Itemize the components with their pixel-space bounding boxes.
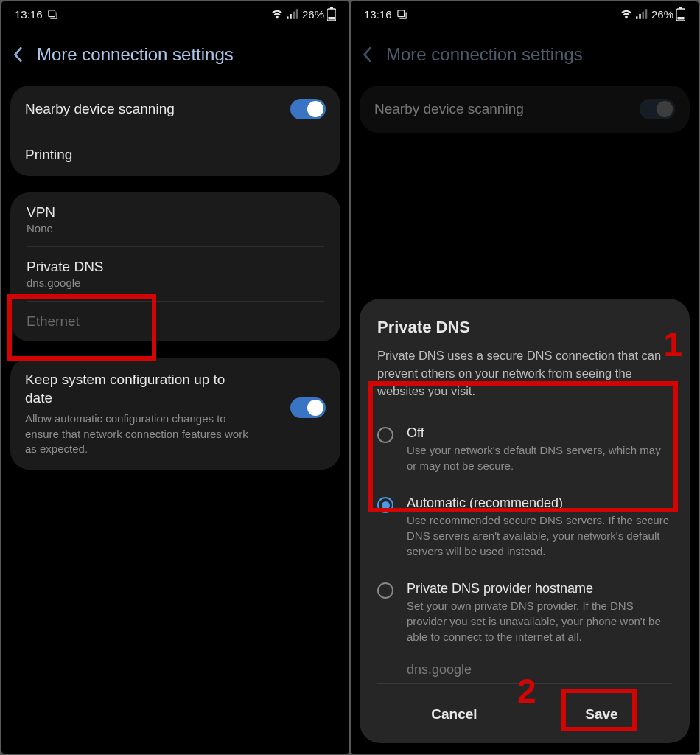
status-bar: 13:16 26% [351, 1, 699, 27]
signal-icon [636, 9, 648, 19]
radio-auto-desc: Use recommended secure DNS servers. If t… [407, 512, 672, 559]
dialog-title: Private DNS [377, 318, 672, 337]
keep-toggle[interactable] [290, 397, 326, 418]
battery-icon [327, 7, 336, 21]
page-title: More connection settings [386, 44, 583, 65]
svg-rect-2 [290, 14, 292, 19]
nearby-label: Nearby device scanning [25, 101, 175, 117]
cancel-button[interactable]: Cancel [412, 699, 496, 730]
screenshot-icon [47, 9, 58, 20]
save-button[interactable]: Save [566, 699, 637, 730]
svg-rect-15 [678, 17, 685, 20]
svg-rect-8 [397, 10, 404, 16]
keep-title: Keep system configuration up to date [25, 371, 253, 407]
nearby-toggle[interactable] [290, 99, 326, 119]
radio-automatic[interactable]: Automatic (recommended) Use recommended … [377, 487, 672, 572]
battery-percent: 26% [651, 8, 673, 21]
radio-off-button[interactable] [377, 427, 393, 443]
status-time: 13:16 [364, 8, 392, 21]
card-mid: VPN None Private DNS dns.google Ethernet [10, 192, 340, 341]
status-bar: 13:16 26% [1, 1, 349, 27]
printing-label: Printing [25, 147, 72, 163]
keep-desc: Allow automatic configuration changes to… [25, 411, 253, 456]
screenshot-icon [396, 9, 407, 20]
nearby-label: Nearby device scanning [374, 101, 524, 117]
radio-auto-button[interactable] [377, 497, 393, 513]
vpn-title: VPN [27, 204, 324, 220]
back-icon[interactable] [13, 46, 24, 63]
nearby-toggle-dim [640, 99, 675, 119]
keep-row[interactable]: Keep system configuration up to date All… [10, 358, 340, 470]
wifi-icon [620, 9, 633, 19]
right-screenshot: 13:16 26% More connection settings Nearb… [351, 1, 699, 754]
svg-rect-4 [296, 9, 298, 19]
svg-rect-3 [293, 12, 295, 19]
private-dns-sub: dns.google [27, 276, 324, 289]
radio-host-desc: Set your own private DNS provider. If th… [407, 598, 672, 644]
radio-host-title: Private DNS provider hostname [407, 581, 672, 596]
svg-rect-11 [642, 12, 644, 19]
vpn-row[interactable]: VPN None [10, 192, 340, 246]
battery-icon [676, 7, 685, 21]
private-dns-dialog: Private DNS Private DNS uses a secure DN… [360, 299, 690, 743]
svg-rect-9 [636, 16, 638, 18]
radio-hostname[interactable]: Private DNS provider hostname Set your o… [377, 572, 672, 658]
ethernet-label: Ethernet [27, 313, 324, 330]
private-dns-row[interactable]: Private DNS dns.google [10, 247, 340, 301]
svg-rect-7 [329, 17, 335, 20]
battery-percent: 26% [302, 8, 324, 21]
vpn-sub: None [27, 222, 324, 234]
wifi-icon [270, 9, 284, 19]
page-title: More connection settings [37, 44, 234, 65]
ethernet-row: Ethernet [10, 302, 340, 341]
svg-rect-0 [48, 10, 55, 16]
private-dns-title: Private DNS [27, 259, 324, 275]
nearby-row[interactable]: Nearby device scanning [10, 86, 340, 133]
back-icon [363, 46, 373, 63]
card-keep: Keep system configuration up to date All… [10, 358, 340, 470]
radio-off-desc: Use your network's default DNS servers, … [407, 442, 672, 473]
svg-rect-1 [287, 16, 289, 18]
page-header-dim: More connection settings [351, 27, 699, 86]
svg-rect-10 [639, 14, 641, 19]
radio-off-title: Off [407, 425, 672, 441]
radio-auto-title: Automatic (recommended) [407, 495, 672, 511]
dns-hostname-input[interactable]: dns.google [377, 658, 672, 684]
status-time: 13:16 [15, 8, 43, 21]
card-dim: Nearby device scanning [360, 86, 690, 133]
printing-row[interactable]: Printing [10, 133, 340, 176]
card-top: Nearby device scanning Printing [10, 86, 340, 176]
signal-icon [287, 9, 299, 19]
nearby-row-dim: Nearby device scanning [360, 86, 690, 133]
dialog-desc: Private DNS uses a secure DNS connection… [377, 347, 672, 400]
page-header: More connection settings [1, 27, 349, 86]
left-screenshot: 13:16 26% More connection settings Nearb… [1, 1, 349, 754]
svg-rect-12 [645, 9, 648, 19]
radio-off[interactable]: Off Use your network's default DNS serve… [377, 417, 672, 487]
radio-host-button[interactable] [377, 582, 393, 599]
